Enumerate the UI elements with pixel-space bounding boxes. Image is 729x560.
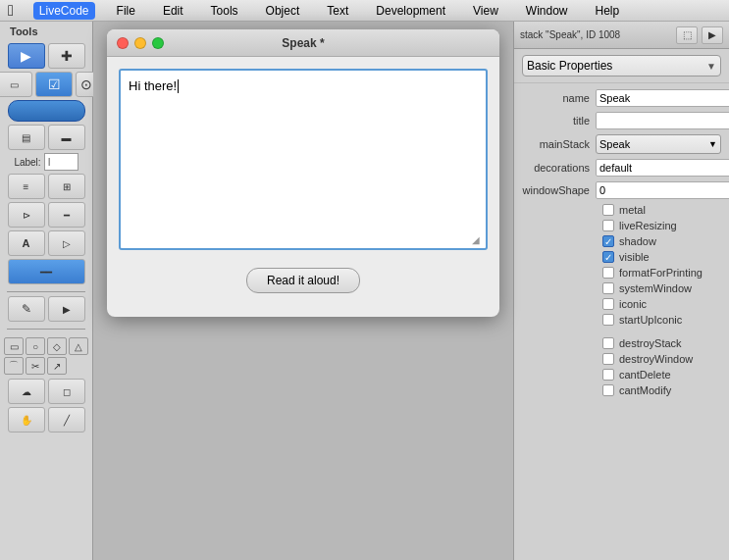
menubar-help[interactable]: Help xyxy=(590,2,626,20)
image-tool[interactable]: ▤ xyxy=(8,125,45,150)
tools-row-6: A ▷ xyxy=(8,230,85,256)
checkbox-spacer xyxy=(522,330,721,337)
checkbox-row-shadow: ✓shadow xyxy=(522,235,721,247)
checkbox-startUpIconic[interactable] xyxy=(602,314,614,326)
checkbox-metal[interactable] xyxy=(602,204,614,216)
props-play-button[interactable]: ▶ xyxy=(702,26,723,44)
canvas-area: Speak * Hi there! ◢ Read it aloud! xyxy=(93,22,513,560)
checkbox-visible[interactable]: ✓ xyxy=(602,251,614,263)
tools-row-7: ━━ xyxy=(8,259,85,284)
checkbox-destroyWindow[interactable] xyxy=(602,353,614,365)
checkbox-label-destroyWindow: destroyWindow xyxy=(619,353,693,365)
diamond-tool[interactable]: ◇ xyxy=(47,337,67,355)
tools-row-10: ✋ ╱ xyxy=(8,407,85,433)
scroll-tool[interactable]: ≡ xyxy=(8,174,45,199)
prop-mainstack-value: Speak xyxy=(599,138,630,150)
close-button[interactable] xyxy=(117,37,129,49)
menubar-tools[interactable]: Tools xyxy=(205,2,244,20)
oval-tool[interactable]: ○ xyxy=(26,337,45,355)
checkbox-label-metal: metal xyxy=(619,204,646,216)
menubar-edit[interactable]: Edit xyxy=(157,2,189,20)
slider-tool[interactable]: ━ xyxy=(48,202,85,228)
properties-panel: stack "Speak", ID 1008 ⬚ ▶ Basic Propert… xyxy=(513,22,729,560)
checkbox-cantModify[interactable] xyxy=(602,384,614,396)
speak-text-field[interactable]: Hi there! ◢ xyxy=(119,69,488,250)
pencil-tool[interactable]: ✎ xyxy=(8,296,45,322)
menubar-livecode[interactable]: LiveCode xyxy=(33,2,95,20)
menubar-view[interactable]: View xyxy=(467,2,504,20)
props-copy-button[interactable]: ⬚ xyxy=(676,26,698,44)
checkbox-label-liveResizing: liveResizing xyxy=(619,220,677,231)
eraser-tool[interactable]: ◻ xyxy=(48,379,85,404)
prop-windowshape-label: windowShape xyxy=(522,184,596,196)
checkbox-label-cantDelete: cantDelete xyxy=(619,369,671,381)
field-tool[interactable]: ▬ xyxy=(48,125,85,150)
checkbox-iconic[interactable] xyxy=(602,298,614,310)
menubar-window[interactable]: Window xyxy=(520,2,574,20)
checkbox-liveResizing[interactable] xyxy=(602,220,614,231)
line-tool[interactable]: ╱ xyxy=(48,407,85,433)
menubar-development[interactable]: Development xyxy=(370,2,451,20)
speak-window: Speak * Hi there! ◢ Read it aloud! xyxy=(107,29,499,317)
prop-title-input[interactable] xyxy=(596,112,729,129)
prop-decorations-input[interactable] xyxy=(596,159,729,177)
label-input[interactable]: I xyxy=(44,153,78,171)
rect-tool[interactable]: ▭ xyxy=(4,337,24,355)
menubar-text[interactable]: Text xyxy=(321,2,354,20)
props-dropdown-row: Basic Properties ▼ xyxy=(514,49,729,83)
crosshair-tool[interactable]: ✚ xyxy=(48,43,85,69)
read-btn-row: Read it aloud! xyxy=(119,268,488,293)
prop-mainstack-row: mainStack Speak ▼ xyxy=(522,134,721,154)
menubar-object[interactable]: Object xyxy=(260,2,306,20)
menubar:  LiveCode File Edit Tools Object Text D… xyxy=(0,0,729,22)
speak-text-content: Hi there! xyxy=(129,78,177,93)
checkboxes-container: metalliveResizing✓shadow✓visibleformatFo… xyxy=(522,204,721,396)
speak-titlebar: Speak * xyxy=(107,29,499,57)
media-tool[interactable]: ▶ xyxy=(48,296,85,322)
props-stack-info: stack "Speak", ID 1008 xyxy=(520,29,620,40)
prop-windowshape-input[interactable] xyxy=(596,181,729,199)
lasso-tool[interactable]: ⌒ xyxy=(4,357,24,375)
nav-tool[interactable]: ▷ xyxy=(48,230,85,256)
arrow-tool[interactable]: ↗ xyxy=(47,357,67,375)
spray-tool[interactable]: ☁ xyxy=(8,379,45,404)
prop-name-input[interactable] xyxy=(596,89,729,107)
checkbox-shadow[interactable]: ✓ xyxy=(602,235,614,247)
select-tool[interactable]: ▶ xyxy=(8,43,45,69)
menubar-file[interactable]: File xyxy=(111,2,141,20)
prop-decorations-row: decorations ▼ xyxy=(522,159,721,177)
text-tool[interactable]: A xyxy=(8,230,45,256)
checkbox-systemWindow[interactable] xyxy=(602,282,614,294)
player-tool[interactable]: ⊳ xyxy=(8,202,45,228)
props-icon-buttons: ⬚ ▶ xyxy=(676,26,723,44)
checkbox-row-systemWindow: systemWindow xyxy=(522,282,721,294)
table-tool[interactable]: ⊞ xyxy=(48,174,85,199)
hand-tool[interactable]: ✋ xyxy=(8,407,45,433)
checkbox-destroyStack[interactable] xyxy=(602,337,614,349)
read-aloud-button[interactable]: Read it aloud! xyxy=(246,268,360,293)
checkbox-formatForPrinting[interactable] xyxy=(602,267,614,279)
checkbox-cantDelete[interactable] xyxy=(602,369,614,381)
checkbox-row-metal: metal xyxy=(522,204,721,216)
main-area: Tools ▶ ✚ ▭ ☑ ⊙ ▤ ▬ Label: I ≡ ⊞ xyxy=(0,22,729,560)
prop-title-row: title xyxy=(522,112,721,129)
prop-windowshape-row: windowShape ▼ xyxy=(522,181,721,199)
maximize-button[interactable] xyxy=(152,37,164,49)
check-tool[interactable]: ☑ xyxy=(35,72,73,97)
tools-row-5: ⊳ ━ xyxy=(8,202,85,228)
polygon-tool[interactable]: ✂ xyxy=(26,357,45,375)
resize-handle[interactable]: ◢ xyxy=(472,234,484,246)
tools-divider-2 xyxy=(7,329,85,330)
tools-row-3: ▤ ▬ xyxy=(8,125,85,150)
text-cursor xyxy=(178,79,179,93)
props-dropdown[interactable]: Basic Properties ▼ xyxy=(522,55,721,76)
minimize-button[interactable] xyxy=(134,37,146,49)
prop-name-label: name xyxy=(522,92,596,104)
tools-row-2: ▭ ☑ ⊙ xyxy=(0,72,97,97)
apple-menu[interactable]:  xyxy=(8,2,14,20)
progress-tool[interactable]: ━━ xyxy=(8,259,85,284)
prop-mainstack-select[interactable]: Speak ▼ xyxy=(596,134,721,154)
triangle-tool[interactable]: △ xyxy=(69,337,88,355)
button-tool[interactable] xyxy=(8,100,85,122)
browse-tool[interactable]: ▭ xyxy=(0,72,32,97)
